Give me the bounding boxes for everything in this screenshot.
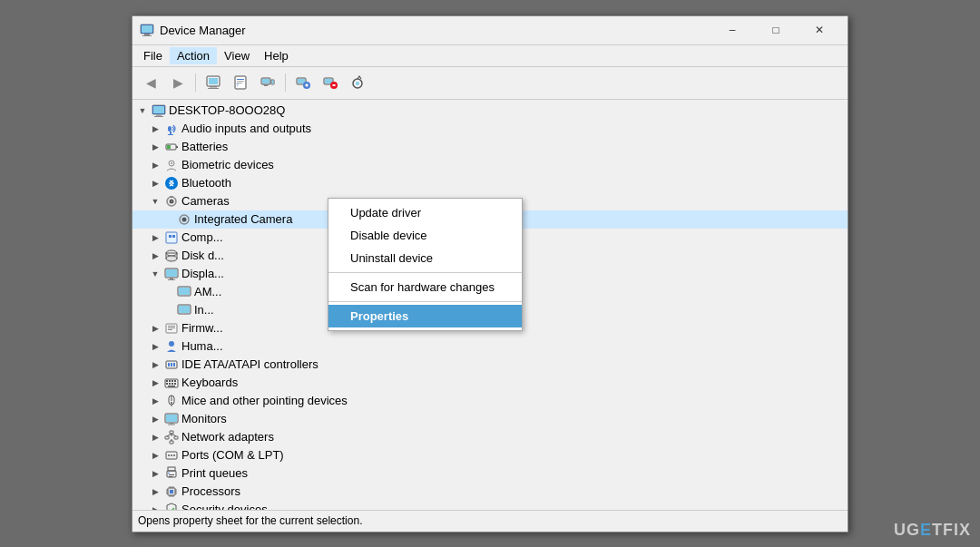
svg-rect-90 [166, 415, 177, 422]
expand-print-icon[interactable]: ▶ [149, 467, 162, 480]
tree-bluetooth[interactable]: ▶ Bluetooth [132, 174, 848, 192]
expand-network-icon[interactable]: ▶ [149, 431, 162, 444]
svg-rect-67 [168, 326, 175, 327]
svg-rect-68 [168, 327, 175, 328]
close-button[interactable]: ✕ [799, 17, 840, 43]
menu-action[interactable]: Action [170, 47, 217, 64]
forward-button[interactable]: ▶ [165, 71, 191, 94]
expand-batteries-icon[interactable]: ▶ [149, 141, 162, 153]
monitors-icon [164, 412, 179, 426]
status-text: Opens property sheet for the current sel… [138, 514, 362, 527]
human-label: Huma... [181, 339, 223, 353]
ctx-disable-device[interactable]: Disable device [328, 224, 522, 247]
ide-icon [164, 357, 179, 372]
svg-rect-74 [173, 363, 175, 366]
toolbar-btn-1[interactable] [201, 71, 226, 94]
svg-point-104 [173, 454, 175, 456]
tree-ports[interactable]: ▶ Ports (COM & LPT) [132, 446, 848, 464]
expand-ports-icon[interactable]: ▶ [149, 449, 162, 462]
in-icon [177, 303, 191, 317]
menu-view[interactable]: View [217, 47, 257, 64]
expand-bluetooth-icon[interactable]: ▶ [149, 177, 162, 190]
svg-rect-109 [168, 473, 170, 474]
expand-disk-icon[interactable]: ▶ [149, 249, 162, 262]
expand-human-icon[interactable]: ▶ [149, 340, 162, 353]
maximize-button[interactable]: □ [755, 17, 797, 43]
toolbar-btn-2[interactable]: ? [228, 71, 253, 94]
tree-root[interactable]: ▼ DESKTOP-8OOO28Q [132, 102, 848, 120]
svg-rect-60 [168, 279, 175, 280]
toolbar-btn-6[interactable] [345, 71, 370, 94]
expand-ide-icon[interactable]: ▶ [149, 358, 162, 371]
ctx-scan-hardware[interactable]: Scan for hardware changes [328, 276, 522, 298]
expand-security-icon[interactable]: ▶ [149, 503, 162, 510]
status-bar: Opens property sheet for the current sel… [132, 510, 848, 532]
svg-point-49 [182, 217, 187, 221]
expand-audio-icon[interactable]: ▶ [149, 122, 162, 135]
svg-point-102 [168, 454, 170, 456]
svg-rect-15 [262, 79, 270, 83]
expand-keyboards-icon[interactable]: ▶ [149, 376, 162, 389]
menu-bar: File Action View Help [132, 45, 848, 67]
ctx-uninstall-device[interactable]: Uninstall device [328, 247, 522, 269]
print-icon [164, 466, 179, 481]
tree-mice[interactable]: ▶ Mice and other pointing devices [132, 392, 848, 410]
expand-biometric-icon[interactable]: ▶ [149, 159, 162, 171]
tree-print[interactable]: ▶ Print queues [132, 464, 848, 483]
tree-monitors[interactable]: ▶ Monitors [132, 410, 848, 428]
computer-icon [152, 103, 166, 118]
svg-rect-10 [237, 79, 244, 80]
firmware-label: Firmw... [181, 321, 223, 335]
bluetooth-icon [164, 176, 179, 190]
svg-rect-21 [298, 79, 305, 83]
ctx-properties[interactable]: Properties [328, 305, 522, 327]
expand-root-icon[interactable]: ▼ [136, 104, 149, 117]
expand-firmware-icon[interactable]: ▶ [149, 322, 162, 335]
svg-rect-105 [167, 471, 176, 477]
expand-display-icon[interactable]: ▼ [149, 268, 162, 280]
ctx-separator-2 [328, 301, 522, 302]
expand-monitors-icon[interactable]: ▶ [149, 413, 162, 425]
svg-rect-7 [208, 88, 219, 89]
tree-ide[interactable]: ▶ IDE ATA/ATAPI controllers [132, 356, 848, 374]
view-icon [206, 75, 220, 90]
tree-security[interactable]: ▶ Security devices [132, 501, 848, 510]
svg-point-46 [171, 200, 172, 202]
human-icon [164, 339, 179, 354]
expand-comp-icon[interactable]: ▶ [149, 231, 162, 244]
ctx-update-driver[interactable]: Update driver [328, 201, 522, 224]
watermark: UGETFIX [894, 521, 971, 540]
title-bar: Device Manager – □ ✕ [132, 16, 848, 45]
main-area: ▼ DESKTOP-8OOO28Q ▶ [132, 100, 848, 510]
tree-keyboards[interactable]: ▶ Keyboards [132, 374, 848, 392]
display-icon [164, 267, 179, 281]
svg-rect-18 [263, 84, 269, 85]
menu-file[interactable]: File [136, 47, 170, 64]
tree-biometric[interactable]: ▶ Biometric devices [132, 156, 848, 174]
expand-mice-icon[interactable]: ▶ [149, 395, 162, 407]
battery-icon [164, 140, 179, 154]
audio-icon [164, 122, 179, 136]
svg-line-99 [172, 434, 176, 436]
minimize-button[interactable]: – [711, 17, 753, 43]
svg-rect-79 [174, 380, 176, 382]
tree-audio[interactable]: ▶ Audio inputs and outputs [132, 120, 848, 138]
tree-human[interactable]: ▶ Huma... [132, 337, 848, 356]
tree-batteries[interactable]: ▶ Batteries [132, 138, 848, 156]
back-button[interactable]: ◀ [138, 71, 163, 94]
toolbar-btn-3[interactable] [255, 71, 280, 94]
svg-rect-2 [142, 35, 152, 36]
tree-processors[interactable]: ▶ [132, 483, 848, 501]
svg-rect-5 [209, 78, 218, 84]
biometric-label: Biometric devices [181, 158, 274, 171]
network-icon [164, 430, 179, 444]
svg-point-30 [356, 82, 359, 85]
toolbar-btn-5[interactable] [318, 71, 343, 94]
toolbar-btn-4[interactable] [290, 71, 316, 94]
expand-processors-icon[interactable]: ▶ [149, 485, 162, 498]
expand-cameras-icon[interactable]: ▼ [149, 195, 162, 208]
device-icon [260, 75, 275, 90]
tree-network[interactable]: ▶ Network adapters [132, 428, 848, 446]
keyboards-label: Keyboards [181, 376, 238, 389]
menu-help[interactable]: Help [257, 47, 296, 64]
